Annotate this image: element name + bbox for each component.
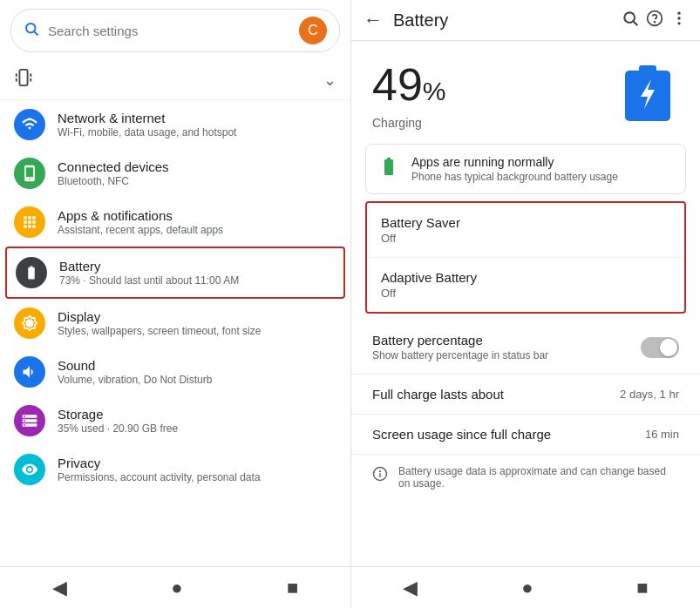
connected-subtitle: Bluetooth, NFC bbox=[58, 175, 336, 187]
sound-icon bbox=[14, 356, 45, 388]
avatar-button[interactable]: C bbox=[299, 17, 327, 44]
connected-icon bbox=[14, 158, 45, 189]
sidebar-item-apps[interactable]: Apps & notifications Assistant, recent a… bbox=[0, 198, 350, 247]
adaptive-battery-subtitle: Off bbox=[381, 287, 670, 300]
sidebar-item-storage[interactable]: Storage 35% used · 20.90 GB free bbox=[0, 396, 350, 445]
apps-card-subtitle: Phone has typical background battery usa… bbox=[411, 171, 618, 183]
screen-usage-row[interactable]: Screen usage since full charge 16 min bbox=[351, 415, 700, 455]
full-charge-row[interactable]: Full charge lasts about 2 days, 1 hr bbox=[351, 375, 700, 415]
left-bottom-nav: ◀ ● ■ bbox=[0, 566, 350, 608]
recent-nav-left[interactable]: ■ bbox=[273, 573, 312, 603]
search-bar: C bbox=[10, 9, 340, 52]
apps-running-card[interactable]: Apps are running normally Phone has typi… bbox=[365, 144, 686, 194]
svg-point-12 bbox=[677, 17, 680, 19]
svg-point-7 bbox=[624, 12, 635, 23]
search-icon bbox=[24, 21, 39, 41]
device-row[interactable]: ⌄ bbox=[0, 61, 350, 100]
device-icon bbox=[14, 68, 33, 92]
battery-saver-option[interactable]: Battery Saver Off bbox=[367, 203, 684, 258]
apps-icon bbox=[14, 206, 45, 238]
search-button[interactable] bbox=[622, 10, 639, 31]
privacy-icon bbox=[14, 454, 45, 485]
header-icons bbox=[622, 10, 688, 31]
storage-subtitle: 35% used · 20.90 GB free bbox=[58, 422, 336, 435]
apps-item-text: Apps & notifications Assistant, recent a… bbox=[58, 208, 336, 236]
screen-usage-value: 16 min bbox=[645, 428, 679, 441]
screen-usage-text: Screen usage since full charge bbox=[372, 427, 636, 442]
more-options-button[interactable] bbox=[670, 10, 688, 31]
adaptive-battery-option[interactable]: Adaptive Battery Off bbox=[367, 258, 684, 312]
battery-pct-row-title: Battery percentage bbox=[372, 333, 641, 348]
home-nav-right[interactable]: ● bbox=[507, 573, 547, 603]
apps-subtitle: Assistant, recent apps, default apps bbox=[58, 224, 336, 236]
left-panel: C ⌄ Network & internet Wi-Fi, mobile, da… bbox=[0, 0, 351, 608]
battery-percentage-row[interactable]: Battery percentage Show battery percenta… bbox=[351, 321, 700, 375]
privacy-item-text: Privacy Permissions, account activity, p… bbox=[58, 456, 336, 483]
network-item-text: Network & internet Wi-Fi, mobile, data u… bbox=[58, 111, 336, 138]
apps-card-title: Apps are running normally bbox=[411, 155, 618, 169]
battery-pct-row-subtitle: Show battery percentage in status bar bbox=[372, 349, 641, 361]
sidebar-item-network[interactable]: Network & internet Wi-Fi, mobile, data u… bbox=[0, 100, 350, 149]
adaptive-battery-title: Adaptive Battery bbox=[381, 270, 670, 285]
svg-line-8 bbox=[634, 21, 638, 25]
battery-pct-row-text: Battery percentage Show battery percenta… bbox=[372, 333, 641, 361]
battery-title: Battery bbox=[59, 259, 335, 274]
back-nav-left[interactable]: ◀ bbox=[38, 573, 81, 603]
svg-line-1 bbox=[34, 31, 37, 35]
battery-sidebar-icon bbox=[16, 257, 47, 288]
battery-status-block: 49% Charging bbox=[351, 41, 700, 144]
display-item-text: Display Styles, wallpapers, screen timeo… bbox=[58, 309, 336, 337]
sidebar-item-privacy[interactable]: Privacy Permissions, account activity, p… bbox=[0, 445, 350, 494]
storage-item-text: Storage 35% used · 20.90 GB free bbox=[58, 407, 336, 435]
percent-sign: % bbox=[423, 77, 446, 105]
sidebar-item-connected[interactable]: Connected devices Bluetooth, NFC bbox=[0, 149, 350, 198]
battery-options-box: Battery Saver Off Adaptive Battery Off bbox=[365, 201, 686, 314]
battery-svg bbox=[622, 64, 674, 125]
display-subtitle: Styles, wallpapers, screen timeout, font… bbox=[58, 325, 336, 337]
home-nav-left[interactable]: ● bbox=[157, 573, 196, 603]
sidebar-item-battery[interactable]: Battery 73% · Should last until about 11… bbox=[5, 247, 345, 299]
settings-list: Network & internet Wi-Fi, mobile, data u… bbox=[0, 100, 350, 566]
svg-rect-15 bbox=[639, 65, 656, 72]
back-nav-right[interactable]: ◀ bbox=[389, 573, 432, 603]
right-header: ← Battery bbox=[351, 0, 700, 41]
full-charge-title: Full charge lasts about bbox=[372, 387, 611, 402]
charging-label: Charging bbox=[372, 116, 616, 130]
full-charge-value: 2 days, 1 hr bbox=[620, 388, 679, 401]
battery-item-text: Battery 73% · Should last until about 11… bbox=[59, 259, 335, 287]
page-title: Battery bbox=[393, 10, 622, 30]
sound-item-text: Sound Volume, vibration, Do Not Disturb bbox=[58, 358, 336, 386]
apps-card-text: Apps are running normally Phone has typi… bbox=[411, 155, 618, 183]
sidebar-item-display[interactable]: Display Styles, wallpapers, screen timeo… bbox=[0, 299, 350, 348]
percent-value: 49 bbox=[372, 59, 423, 110]
apps-running-icon bbox=[378, 156, 399, 182]
network-subtitle: Wi-Fi, mobile, data usage, and hotspot bbox=[58, 126, 336, 138]
battery-subtitle: 73% · Should last until about 11:00 AM bbox=[59, 274, 335, 287]
right-panel: ← Battery bbox=[351, 0, 700, 608]
apps-title: Apps & notifications bbox=[58, 208, 336, 223]
connected-title: Connected devices bbox=[58, 159, 336, 174]
connected-item-text: Connected devices Bluetooth, NFC bbox=[58, 159, 336, 187]
battery-number: 49% bbox=[372, 58, 616, 111]
info-text: Battery usage data is approximate and ca… bbox=[398, 465, 679, 490]
display-title: Display bbox=[58, 309, 336, 324]
info-row: Battery usage data is approximate and ca… bbox=[351, 455, 700, 500]
search-input[interactable] bbox=[48, 24, 299, 38]
storage-title: Storage bbox=[58, 407, 336, 422]
privacy-subtitle: Permissions, account activity, personal … bbox=[58, 471, 336, 483]
network-title: Network & internet bbox=[58, 111, 336, 125]
wifi-icon bbox=[14, 109, 45, 140]
chevron-down-icon: ⌄ bbox=[323, 71, 336, 90]
help-button[interactable] bbox=[646, 10, 663, 31]
display-icon bbox=[14, 307, 45, 339]
battery-saver-subtitle: Off bbox=[381, 232, 670, 245]
svg-point-11 bbox=[677, 11, 680, 14]
recent-nav-right[interactable]: ■ bbox=[622, 573, 662, 603]
battery-percentage-toggle[interactable] bbox=[641, 337, 679, 358]
svg-rect-2 bbox=[19, 70, 27, 85]
full-charge-text: Full charge lasts about bbox=[372, 387, 611, 402]
storage-icon bbox=[14, 405, 45, 436]
svg-point-0 bbox=[26, 24, 36, 33]
sidebar-item-sound[interactable]: Sound Volume, vibration, Do Not Disturb bbox=[0, 348, 350, 396]
back-button[interactable]: ← bbox=[364, 9, 390, 31]
